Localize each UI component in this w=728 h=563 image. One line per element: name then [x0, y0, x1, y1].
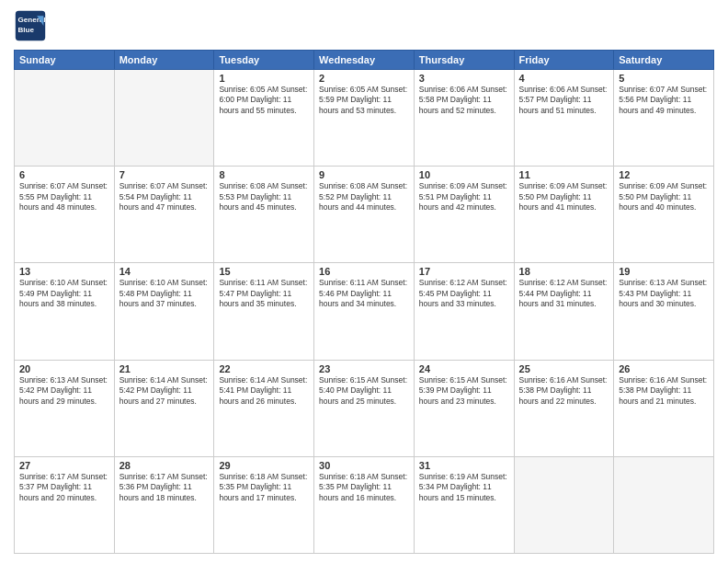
weekday-header-sunday: Sunday — [15, 51, 115, 70]
calendar-cell: 14Sunrise: 6:10 AM Sunset: 5:48 PM Dayli… — [114, 263, 214, 360]
calendar-cell: 11Sunrise: 6:09 AM Sunset: 5:50 PM Dayli… — [514, 167, 614, 263]
calendar-cell: 3Sunrise: 6:06 AM Sunset: 5:58 PM Daylig… — [414, 70, 514, 167]
calendar-cell — [15, 70, 115, 167]
cell-info: Sunrise: 6:11 AM Sunset: 5:46 PM Dayligh… — [319, 278, 409, 309]
day-number: 16 — [319, 266, 409, 277]
day-number: 28 — [119, 460, 210, 471]
cell-info: Sunrise: 6:07 AM Sunset: 5:55 PM Dayligh… — [19, 181, 109, 213]
cell-info: Sunrise: 6:13 AM Sunset: 5:43 PM Dayligh… — [619, 278, 709, 309]
day-number: 22 — [219, 363, 309, 374]
day-number: 24 — [419, 363, 509, 374]
day-number: 2 — [319, 73, 409, 84]
calendar-cell: 8Sunrise: 6:08 AM Sunset: 5:53 PM Daylig… — [214, 167, 314, 263]
calendar-cell: 4Sunrise: 6:06 AM Sunset: 5:57 PM Daylig… — [514, 70, 614, 167]
day-number: 31 — [419, 460, 509, 471]
calendar-cell: 27Sunrise: 6:17 AM Sunset: 5:37 PM Dayli… — [15, 456, 115, 553]
calendar-cell: 7Sunrise: 6:07 AM Sunset: 5:54 PM Daylig… — [114, 167, 214, 263]
calendar-cell: 18Sunrise: 6:12 AM Sunset: 5:44 PM Dayli… — [514, 263, 614, 360]
day-number: 27 — [19, 460, 109, 471]
calendar-cell: 21Sunrise: 6:14 AM Sunset: 5:42 PM Dayli… — [114, 360, 214, 456]
day-number: 23 — [319, 363, 409, 374]
calendar-cell: 13Sunrise: 6:10 AM Sunset: 5:49 PM Dayli… — [15, 263, 115, 360]
calendar-cell — [114, 70, 214, 167]
calendar-cell: 24Sunrise: 6:15 AM Sunset: 5:39 PM Dayli… — [414, 360, 514, 456]
header: General Blue — [14, 9, 714, 42]
week-row-4: 20Sunrise: 6:13 AM Sunset: 5:42 PM Dayli… — [15, 360, 714, 456]
cell-info: Sunrise: 6:09 AM Sunset: 5:50 PM Dayligh… — [619, 181, 709, 213]
svg-text:Blue: Blue — [18, 26, 35, 34]
day-number: 9 — [319, 169, 409, 180]
week-row-2: 6Sunrise: 6:07 AM Sunset: 5:55 PM Daylig… — [15, 167, 714, 263]
calendar-cell: 16Sunrise: 6:11 AM Sunset: 5:46 PM Dayli… — [314, 263, 415, 360]
day-number: 25 — [519, 363, 609, 374]
day-number: 20 — [19, 363, 109, 374]
weekday-header-tuesday: Tuesday — [214, 51, 314, 70]
calendar-cell: 29Sunrise: 6:18 AM Sunset: 5:35 PM Dayli… — [214, 456, 314, 553]
day-number: 11 — [519, 169, 609, 180]
day-number: 13 — [19, 266, 109, 277]
calendar-cell: 20Sunrise: 6:13 AM Sunset: 5:42 PM Dayli… — [15, 360, 115, 456]
cell-info: Sunrise: 6:16 AM Sunset: 5:38 PM Dayligh… — [519, 375, 609, 407]
cell-info: Sunrise: 6:05 AM Sunset: 6:00 PM Dayligh… — [219, 85, 309, 116]
cell-info: Sunrise: 6:14 AM Sunset: 5:41 PM Dayligh… — [219, 375, 309, 407]
cell-info: Sunrise: 6:18 AM Sunset: 5:35 PM Dayligh… — [319, 472, 409, 503]
day-number: 17 — [419, 266, 509, 277]
weekday-header-friday: Friday — [514, 51, 614, 70]
day-number: 15 — [219, 266, 309, 277]
cell-info: Sunrise: 6:09 AM Sunset: 5:50 PM Dayligh… — [519, 181, 609, 213]
weekday-header-wednesday: Wednesday — [314, 51, 415, 70]
calendar-cell — [514, 456, 614, 553]
calendar-cell: 10Sunrise: 6:09 AM Sunset: 5:51 PM Dayli… — [414, 167, 514, 263]
cell-info: Sunrise: 6:13 AM Sunset: 5:42 PM Dayligh… — [19, 375, 109, 407]
day-number: 12 — [619, 169, 709, 180]
cell-info: Sunrise: 6:16 AM Sunset: 5:38 PM Dayligh… — [619, 375, 709, 407]
day-number: 19 — [619, 266, 709, 277]
cell-info: Sunrise: 6:09 AM Sunset: 5:51 PM Dayligh… — [419, 181, 509, 213]
calendar-cell — [614, 456, 714, 553]
cell-info: Sunrise: 6:08 AM Sunset: 5:52 PM Dayligh… — [319, 181, 409, 213]
cell-info: Sunrise: 6:06 AM Sunset: 5:57 PM Dayligh… — [519, 85, 609, 116]
cell-info: Sunrise: 6:10 AM Sunset: 5:48 PM Dayligh… — [119, 278, 210, 309]
cell-info: Sunrise: 6:14 AM Sunset: 5:42 PM Dayligh… — [119, 375, 210, 407]
calendar-cell: 28Sunrise: 6:17 AM Sunset: 5:36 PM Dayli… — [114, 456, 214, 553]
day-number: 6 — [19, 169, 109, 180]
calendar-cell: 12Sunrise: 6:09 AM Sunset: 5:50 PM Dayli… — [614, 167, 714, 263]
cell-info: Sunrise: 6:12 AM Sunset: 5:44 PM Dayligh… — [519, 278, 609, 309]
day-number: 30 — [319, 460, 409, 471]
calendar-cell: 19Sunrise: 6:13 AM Sunset: 5:43 PM Dayli… — [614, 263, 714, 360]
cell-info: Sunrise: 6:15 AM Sunset: 5:39 PM Dayligh… — [419, 375, 509, 407]
weekday-header-saturday: Saturday — [614, 51, 714, 70]
week-row-5: 27Sunrise: 6:17 AM Sunset: 5:37 PM Dayli… — [15, 456, 714, 553]
calendar-cell: 31Sunrise: 6:19 AM Sunset: 5:34 PM Dayli… — [414, 456, 514, 553]
day-number: 5 — [619, 73, 709, 84]
calendar-cell: 26Sunrise: 6:16 AM Sunset: 5:38 PM Dayli… — [614, 360, 714, 456]
week-row-3: 13Sunrise: 6:10 AM Sunset: 5:49 PM Dayli… — [15, 263, 714, 360]
calendar-cell: 23Sunrise: 6:15 AM Sunset: 5:40 PM Dayli… — [314, 360, 415, 456]
calendar-cell: 25Sunrise: 6:16 AM Sunset: 5:38 PM Dayli… — [514, 360, 614, 456]
day-number: 1 — [219, 73, 309, 84]
cell-info: Sunrise: 6:07 AM Sunset: 5:54 PM Dayligh… — [119, 181, 210, 213]
cell-info: Sunrise: 6:18 AM Sunset: 5:35 PM Dayligh… — [219, 472, 309, 503]
cell-info: Sunrise: 6:08 AM Sunset: 5:53 PM Dayligh… — [219, 181, 309, 213]
day-number: 10 — [419, 169, 509, 180]
cell-info: Sunrise: 6:05 AM Sunset: 5:59 PM Dayligh… — [319, 85, 409, 116]
calendar-cell: 22Sunrise: 6:14 AM Sunset: 5:41 PM Dayli… — [214, 360, 314, 456]
cell-info: Sunrise: 6:15 AM Sunset: 5:40 PM Dayligh… — [319, 375, 409, 407]
cell-info: Sunrise: 6:12 AM Sunset: 5:45 PM Dayligh… — [419, 278, 509, 309]
calendar-cell: 6Sunrise: 6:07 AM Sunset: 5:55 PM Daylig… — [15, 167, 115, 263]
cell-info: Sunrise: 6:19 AM Sunset: 5:34 PM Dayligh… — [419, 472, 509, 503]
day-number: 21 — [119, 363, 210, 374]
calendar-cell: 1Sunrise: 6:05 AM Sunset: 6:00 PM Daylig… — [214, 70, 314, 167]
cell-info: Sunrise: 6:17 AM Sunset: 5:36 PM Dayligh… — [119, 472, 210, 503]
week-row-1: 1Sunrise: 6:05 AM Sunset: 6:00 PM Daylig… — [15, 70, 714, 167]
calendar-cell: 5Sunrise: 6:07 AM Sunset: 5:56 PM Daylig… — [614, 70, 714, 167]
page: General Blue SundayMondayTuesdayWednesda… — [0, 0, 728, 563]
logo: General Blue — [14, 9, 47, 42]
calendar-cell: 30Sunrise: 6:18 AM Sunset: 5:35 PM Dayli… — [314, 456, 415, 553]
day-number: 4 — [519, 73, 609, 84]
cell-info: Sunrise: 6:07 AM Sunset: 5:56 PM Dayligh… — [619, 85, 709, 116]
day-number: 7 — [119, 169, 210, 180]
cell-info: Sunrise: 6:10 AM Sunset: 5:49 PM Dayligh… — [19, 278, 109, 309]
calendar-cell: 15Sunrise: 6:11 AM Sunset: 5:47 PM Dayli… — [214, 263, 314, 360]
day-number: 14 — [119, 266, 210, 277]
